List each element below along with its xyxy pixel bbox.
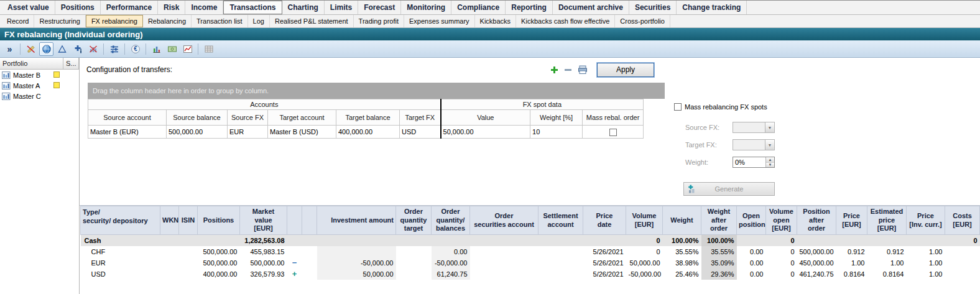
apply-button[interactable]: Apply (597, 63, 654, 77)
col-source-account[interactable]: Source account (88, 110, 167, 126)
submenu-tab-realised-p-l-statement[interactable]: Realised P&L statement (270, 15, 354, 27)
positions-col-weight-after-order[interactable]: Weight after order (701, 206, 737, 235)
menu-tab-performance[interactable]: Performance (101, 1, 158, 14)
menu-tab-positions[interactable]: Positions (55, 1, 101, 14)
positions-col-market-value-eur[interactable]: Market value [EUR] (240, 206, 287, 235)
portfolio-column-header[interactable]: Portfolio (0, 58, 63, 70)
submenu-tab-expenses-summary[interactable]: Expenses summary (404, 15, 475, 27)
positions-col-open-position[interactable]: Open position (737, 206, 766, 235)
positions-col-order-quantity-balances[interactable]: Order quantity/ balances (432, 206, 470, 235)
positions-col-costs-eur[interactable]: Costs [EUR] (945, 206, 980, 235)
positions-col-volume-eur[interactable]: Volume [EUR] (626, 206, 663, 235)
edit-disabled-icon[interactable] (24, 42, 38, 56)
source-fx-select[interactable]: ▼ (733, 122, 775, 133)
transfer-row[interactable]: Master B (EUR) 500,000.00 EUR Master B (… (88, 126, 644, 139)
positions-col-weight[interactable]: Weight (663, 206, 701, 235)
cell-source-fx[interactable]: EUR (228, 126, 268, 139)
mass-rebal-order-checkbox[interactable] (609, 129, 617, 136)
submenu-tab-restructuring[interactable]: Restructuring (34, 15, 85, 27)
line-chart-icon[interactable] (180, 42, 195, 56)
portfolio-item-master-c[interactable]: Master C (0, 91, 79, 101)
globe-icon[interactable] (39, 42, 53, 56)
menu-tab-charting[interactable]: Charting (282, 1, 325, 14)
add-transfer-icon[interactable] (550, 66, 558, 74)
positions-col-type-security-depository[interactable]: Type/ security/ depository (81, 206, 160, 235)
submenu-tab-fx-rebalancing[interactable]: FX rebalancing (86, 15, 143, 27)
col-target-account[interactable]: Target account (268, 110, 336, 126)
submenu-tab-kickbacks[interactable]: Kickbacks (475, 15, 517, 27)
collapse-panel-button[interactable]: » (2, 42, 17, 56)
submenu-tab-log[interactable]: Log (248, 15, 270, 27)
menu-tab-transactions[interactable]: Transactions (223, 1, 282, 14)
status-column-header[interactable]: S... (63, 58, 79, 70)
menu-tab-securities[interactable]: Securities (629, 1, 677, 14)
submenu-tab-cross-portfolio[interactable]: Cross-portfolio (615, 15, 670, 27)
col-source-balance[interactable]: Source balance (167, 110, 228, 126)
cell-source-balance[interactable]: 500,000.00 (167, 126, 228, 139)
triangle-icon[interactable] (55, 42, 69, 56)
positions-col-order-quantity-target[interactable]: Order quantity target (396, 206, 432, 235)
positions-row-chf[interactable]: CHF500,000.00455,983.150.005/26/2021035.… (81, 246, 980, 257)
submenu-tab-trading-profit[interactable]: Trading profit (354, 15, 404, 27)
col-weight-pct[interactable]: Weight [%] (530, 110, 583, 126)
menu-tab-compliance[interactable]: Compliance (451, 1, 506, 14)
positions-row-cash[interactable]: Cash1,282,563.080100.00%100.00%00 (81, 235, 980, 246)
cell-target-fx[interactable]: USD (400, 126, 441, 139)
positions-row-usd[interactable]: USD400,000.00326,579.93+50,000.0061,240.… (81, 269, 980, 280)
positions-col-investment-amount[interactable]: Investment amount (317, 206, 396, 235)
portfolio-item-master-a[interactable]: Master A (0, 80, 79, 91)
menu-tab-forecast[interactable]: Forecast (358, 1, 401, 14)
positions-col-volume-open-eur[interactable]: Volume open [EUR] (766, 206, 797, 235)
cell-value[interactable]: 50,000.00 (441, 126, 530, 139)
menu-tab-reporting[interactable]: Reporting (506, 1, 553, 14)
add-info-icon[interactable] (70, 42, 85, 56)
bar-chart-icon[interactable] (149, 42, 164, 56)
col-mass-rebal-order[interactable]: Mass rebal. order (583, 110, 644, 126)
submenu-tab-record[interactable]: Record (2, 15, 34, 27)
spin-down-button[interactable]: ▼ (766, 163, 774, 168)
target-fx-select[interactable]: ▼ (733, 139, 775, 150)
sliders-icon[interactable] (107, 42, 121, 56)
group-by-bar[interactable]: Drag the column header here in order to … (88, 83, 665, 99)
spin-up-button[interactable]: ▲ (766, 157, 774, 163)
banknote-icon[interactable] (165, 42, 179, 56)
col-target-fx[interactable]: Target FX (400, 110, 441, 126)
cell-weight-pct[interactable]: 10 (530, 126, 583, 139)
menu-tab-change-tracking[interactable]: Change tracking (677, 1, 747, 14)
weight-input[interactable] (733, 157, 765, 167)
chart-crossed-icon[interactable] (86, 42, 100, 56)
cell-target-account[interactable]: Master B (USD) (268, 126, 336, 139)
menu-tab-income[interactable]: Income (185, 1, 223, 14)
positions-col-wkn[interactable]: WKN (160, 206, 179, 235)
cell-target-balance[interactable]: 400,000.00 (336, 126, 400, 139)
menu-tab-asset-value[interactable]: Asset value (2, 1, 55, 14)
menu-tab-document-archive[interactable]: Document archive (553, 1, 629, 14)
mass-rebalancing-checkbox[interactable] (674, 103, 682, 111)
col-value[interactable]: Value (441, 110, 530, 126)
col-target-balance[interactable]: Target balance (336, 110, 400, 126)
positions-col-settlement-account[interactable]: Settlement account (539, 206, 583, 235)
positions-col-isin[interactable]: ISIN (179, 206, 198, 235)
euro-icon[interactable]: € (128, 42, 142, 56)
menu-tab-risk[interactable]: Risk (158, 1, 185, 14)
menu-tab-monitoring[interactable]: Monitoring (401, 1, 451, 14)
table-grid-icon[interactable] (201, 42, 216, 56)
submenu-tab-kickbacks-cash-flow-effective[interactable]: Kickbacks cash flow effective (516, 15, 615, 27)
positions-col-price-inv-curr[interactable]: Price [Inv. curr.] (907, 206, 945, 235)
positions-col-estimated-price-eur[interactable]: Estimated price [EUR] (867, 206, 907, 235)
submenu-tab-rebalancing[interactable]: Rebalancing (143, 15, 192, 27)
menu-tab-limits[interactable]: Limits (325, 1, 358, 14)
positions-col-empty-5[interactable] (287, 206, 302, 235)
positions-col-price-date[interactable]: Price date (583, 206, 626, 235)
submenu-tab-transaction-list[interactable]: Transaction list (192, 15, 248, 27)
positions-col-price-eur[interactable]: Price [EUR] (836, 206, 867, 235)
positions-col-order-securities-account[interactable]: Order securities account (470, 206, 539, 235)
positions-col-positions[interactable]: Positions (198, 206, 240, 235)
positions-col-empty-6[interactable] (302, 206, 317, 235)
portfolio-item-master-b[interactable]: Master B (0, 70, 79, 80)
positions-col-position-after-order[interactable]: Position after order (797, 206, 836, 235)
generate-button[interactable]: Generate (683, 182, 775, 196)
remove-transfer-icon[interactable] (564, 66, 572, 74)
col-source-fx[interactable]: Source FX (228, 110, 268, 126)
cell-source-account[interactable]: Master B (EUR) (88, 126, 167, 139)
